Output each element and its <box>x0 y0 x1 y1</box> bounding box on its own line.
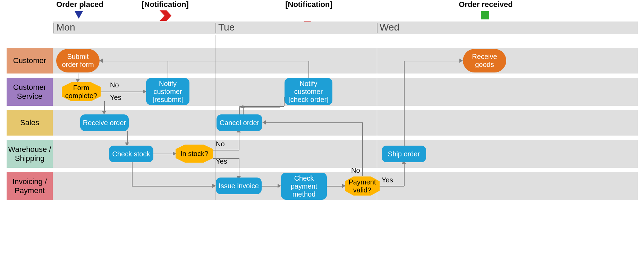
edge <box>266 122 362 123</box>
edge <box>153 154 173 154</box>
edge-label-no: No <box>110 81 119 89</box>
node-receive-goods: Receive goods <box>463 49 506 72</box>
node-label: Notify customer [resubmit] <box>153 80 183 104</box>
time-tick-mon <box>53 23 54 33</box>
node-label: Payment valid? <box>349 178 376 194</box>
node-label: Receive order <box>83 119 126 127</box>
arrow-head-icon <box>459 59 463 63</box>
node-label: Receive goods <box>472 53 497 69</box>
node-label: Submit order form <box>62 53 94 69</box>
lane-label: Warehouse / Shipping <box>8 145 51 163</box>
node-cancel-order: Cancel order <box>217 114 262 131</box>
edge <box>239 106 240 114</box>
node-check-stock: Check stock <box>109 146 153 162</box>
node-label: Issue invoice <box>219 182 259 190</box>
node-label: Check payment method <box>291 174 317 198</box>
edge <box>362 122 363 176</box>
edge <box>100 92 144 92</box>
lane-head-service: Customer Service <box>7 78 53 106</box>
guide-line <box>215 35 216 200</box>
event-label-order-placed: Order placed <box>56 0 104 9</box>
node-issue-invoice: Issue invoice <box>216 178 262 194</box>
arrow-head-icon <box>212 184 216 188</box>
edge <box>168 61 168 78</box>
node-label: Ship order <box>388 150 420 158</box>
edge-label-yes: Yes <box>216 157 227 165</box>
edge <box>327 186 343 187</box>
edge <box>213 150 239 150</box>
timeline-label-wed: Wed <box>380 22 399 33</box>
edge <box>103 61 309 61</box>
edge <box>127 131 128 143</box>
node-form-complete: Form complete? <box>62 82 101 101</box>
edge <box>243 107 244 115</box>
edge <box>284 97 285 106</box>
event-label-notification2: [Notification] <box>281 0 337 9</box>
node-notify-check-order: Notify customer [check order] <box>285 78 332 105</box>
node-label: Cancel order <box>220 119 260 127</box>
time-tick-wed <box>377 23 378 33</box>
node-label: Notify customer [check order] <box>288 80 329 104</box>
node-label: In stock? <box>180 150 208 158</box>
time-tick-tue <box>215 23 216 33</box>
arrow-head-icon <box>262 120 266 124</box>
node-check-payment: Check payment method <box>281 173 327 200</box>
lane-label: Customer <box>13 56 46 65</box>
timeline-label-mon: Mon <box>56 22 75 33</box>
edge <box>262 186 278 187</box>
svg-marker-0 <box>160 10 171 21</box>
edge <box>308 61 309 78</box>
timeline-label-tue: Tue <box>218 22 235 33</box>
edge-label-yes: Yes <box>110 94 121 102</box>
node-ship-order: Ship order <box>382 146 426 162</box>
edge <box>132 162 133 186</box>
timeline-strip <box>53 21 638 34</box>
edge-label-no: No <box>216 140 225 148</box>
arrow-head-icon <box>99 59 103 63</box>
node-label: Check stock <box>112 150 150 158</box>
lane-head-warehouse: Warehouse / Shipping <box>7 140 53 168</box>
guide-line <box>377 35 377 200</box>
event-label-notification1: [Notification] <box>137 0 193 9</box>
edge <box>239 158 239 177</box>
lane-head-customer: Customer <box>7 48 53 74</box>
edge <box>404 61 405 146</box>
node-receive-order: Receive order <box>80 114 129 131</box>
lane-label: Invoicing / Payment <box>12 177 47 195</box>
edge <box>404 163 405 186</box>
node-notify-resubmit: Notify customer [resubmit] <box>146 78 189 105</box>
edge-label-yes: Yes <box>382 176 393 184</box>
edge <box>104 101 105 112</box>
arrow-head-icon <box>76 79 80 83</box>
lane-head-payment: Invoicing / Payment <box>7 172 53 200</box>
lane-head-sales: Sales <box>7 110 53 136</box>
marker-triangle-icon <box>75 11 83 19</box>
node-in-stock: In stock? <box>176 145 213 163</box>
swimlane-diagram: Order placed [Notification] [Notificatio… <box>0 0 644 259</box>
marker-square-icon <box>481 11 489 19</box>
edge <box>239 132 239 150</box>
arrow-head-icon <box>102 111 106 114</box>
arrow-head-icon <box>278 184 281 188</box>
lane-label: Customer Service <box>13 83 46 101</box>
event-label-order-received: Order received <box>458 0 514 9</box>
node-submit-order: Submit order form <box>56 49 100 72</box>
edge <box>239 106 284 107</box>
edge <box>404 61 460 61</box>
edge <box>380 186 404 187</box>
lane-label: Sales <box>20 118 39 127</box>
edge <box>132 186 213 187</box>
edge-label-no: No <box>351 166 360 174</box>
marker-chevron-icon <box>160 10 171 21</box>
node-label: Form complete? <box>65 84 97 100</box>
node-payment-valid: Payment valid? <box>345 176 380 196</box>
